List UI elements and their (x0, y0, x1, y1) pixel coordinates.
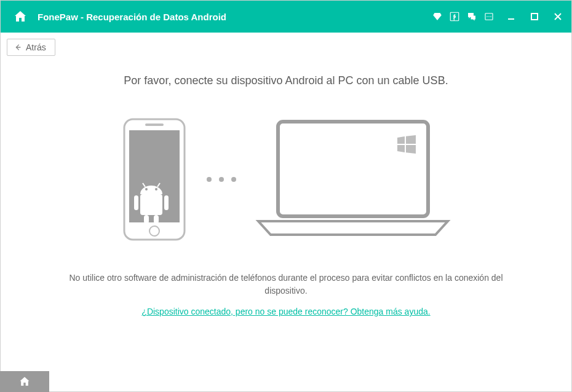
footer-home-button[interactable] (0, 371, 49, 392)
footer (0, 371, 49, 392)
svg-point-20 (155, 188, 157, 190)
home-icon (18, 375, 31, 388)
svg-point-5 (490, 16, 491, 17)
svg-point-4 (488, 16, 490, 17)
diamond-icon[interactable] (431, 10, 443, 23)
menu-icon[interactable] (483, 10, 495, 23)
instruction-heading: Por favor, conecte su dispositivo Androi… (44, 74, 528, 87)
phone-icon (121, 118, 188, 241)
dot (207, 177, 212, 182)
app-title: FonePaw - Recuperación de Datos Android (38, 12, 226, 22)
help-link[interactable]: ¿Dispositivo conectado, pero no se puede… (141, 307, 430, 316)
svg-rect-7 (531, 14, 538, 20)
maximize-button[interactable] (527, 9, 542, 24)
toolbar: Atrás (1, 33, 571, 56)
warning-text: No utilice otro software de administraci… (52, 272, 520, 297)
laptop-icon (255, 118, 451, 241)
svg-rect-16 (164, 195, 169, 210)
connection-dots (207, 177, 236, 182)
back-label: Atrás (26, 42, 46, 52)
minimize-button[interactable] (504, 9, 518, 24)
feedback-icon[interactable] (466, 10, 478, 23)
svg-rect-13 (145, 123, 164, 126)
back-button[interactable]: Atrás (7, 39, 55, 56)
dot (231, 177, 236, 182)
arrow-left-icon (14, 43, 22, 52)
dot (219, 177, 224, 182)
home-icon[interactable] (13, 9, 28, 24)
svg-point-12 (149, 226, 159, 236)
titlebar: FonePaw - Recuperación de Datos Android … (1, 1, 571, 33)
svg-point-3 (487, 16, 488, 17)
close-button[interactable] (550, 9, 565, 24)
svg-rect-18 (154, 215, 159, 224)
titlebar-left: FonePaw - Recuperación de Datos Android (13, 9, 226, 24)
svg-rect-17 (144, 215, 149, 224)
svg-rect-14 (140, 194, 162, 215)
titlebar-right: f (431, 9, 565, 24)
main-content: Por favor, conecte su dispositivo Androi… (1, 56, 571, 317)
facebook-icon[interactable]: f (448, 10, 461, 23)
connection-illustration (44, 118, 528, 241)
svg-point-19 (145, 188, 148, 190)
svg-rect-15 (134, 195, 138, 210)
